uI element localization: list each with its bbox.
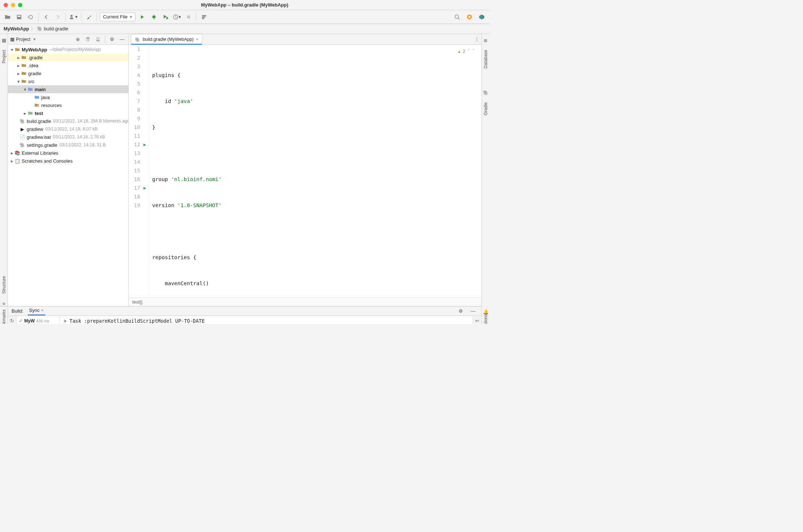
code-content[interactable]: ▲2ˆˇ plugins { id 'java' } group 'nl.bio… [149,45,481,297]
settings-gear-icon[interactable] [465,12,474,22]
tree-resources[interactable]: resources [8,101,128,109]
rerun-icon[interactable]: ↻ [10,318,14,323]
gradle-file-icon: 🐘 [37,26,43,32]
refresh-icon[interactable] [26,12,35,22]
tree-gradle-dir[interactable]: ▸gradle [8,69,128,77]
svg-rect-2 [166,17,168,19]
project-tool-label[interactable]: Project [1,50,7,63]
editor-tab-build-gradle[interactable]: 🐘 build.gradle (MyWebApp) × [131,34,202,44]
fold-column[interactable]: ▶ ▶ [143,45,149,297]
gradle-tool-label[interactable]: Gradle [483,102,488,115]
tree-java[interactable]: java [8,93,128,101]
main-toolbar: ▾ Current File▾ ▾ [0,10,489,24]
profile-icon[interactable]: ▾ [172,12,182,22]
tree-root[interactable]: ▾ MyWebApp ~/IdeaProjects/MyWebApp [8,46,128,53]
run-gutter-icon[interactable]: ▶ [143,184,146,192]
svg-point-0 [70,15,73,17]
notifications-icon[interactable]: 🔔 [483,309,488,314]
svg-rect-4 [187,16,190,18]
build-output[interactable]: > Task :prepareKotlinBuildScriptModel UP… [60,316,473,324]
inspection-widget[interactable]: ▲2ˆˇ [456,46,476,56]
soft-wrap-icon[interactable]: ↩ [475,318,479,323]
debug-icon[interactable] [149,12,159,22]
zoom-window-icon[interactable] [18,3,22,7]
project-view-selector[interactable]: ▦Project▾ [10,37,72,42]
bookmarks-tool-label[interactable]: Bookmarks [1,309,7,324]
database-tool-label[interactable]: Database [483,50,488,68]
build-right-actions: ↩ ⤓ [473,316,481,324]
editor-area: 🐘 build.gradle (MyWebApp) × ⋮ 1234567891… [129,34,481,306]
ide-logo-icon[interactable] [477,12,486,22]
build-icon[interactable] [84,12,94,22]
traffic-lights [4,3,22,7]
right-tool-rail: ≣ Database 🐘 Gradle [481,34,489,306]
build-actions-rail: ↻ ■ 📌 [8,316,17,324]
user-icon[interactable]: ▾ [69,12,78,22]
breadcrumb-file[interactable]: build.gradle [44,26,68,31]
minimize-window-icon[interactable] [11,3,15,7]
right-bottom-rail: 🔔 Notifications [481,306,489,324]
editor-breadcrumb[interactable]: test{} [129,297,481,306]
titlebar: MyWebApp – build.gradle (MyWebApp) [0,0,489,10]
left-tool-rail: ▦ Project Structure ≡ [0,34,8,306]
window-title: MyWebApp – build.gradle (MyWebApp) [201,2,288,8]
project-panel-header: ▦Project▾ ⊕ ⮅ ⮇ ⚙ — [8,34,128,45]
tree-scratches[interactable]: ▸📋Scratches and Consoles [8,157,128,165]
tree-gradlew[interactable]: ▶gradlew03/11/2022, 14:18, 8,07 kB [8,125,128,133]
build-panel-header: Build: Sync× ⚙ — [8,306,481,316]
tree-dot-gradle[interactable]: ▸.gradle [8,53,128,61]
build-label: Build: [12,308,23,314]
hide-panel-icon[interactable]: — [118,35,126,43]
stop-icon[interactable] [184,12,193,22]
close-tab-icon[interactable]: × [196,37,198,42]
editor-tabs: 🐘 build.gradle (MyWebApp) × ⋮ [129,34,481,45]
svg-point-5 [455,15,459,18]
tree-dot-idea[interactable]: ▸.idea [8,61,128,69]
collapse-all-icon[interactable]: ⮇ [94,35,102,43]
left-bottom-rail: Bookmarks 🔖 » [0,306,8,324]
gradle-file-icon: 🐘 [135,37,141,42]
build-tree[interactable]: ✓MyW 436 ms [17,316,60,324]
svg-rect-7 [38,105,39,106]
hide-build-icon[interactable]: — [468,306,478,316]
gradle-tool-icon[interactable]: 🐘 [483,90,488,95]
close-sync-icon[interactable]: × [41,308,44,313]
open-icon[interactable] [3,12,12,22]
run-icon[interactable] [138,12,147,22]
project-panel: ▦Project▾ ⊕ ⮅ ⮇ ⚙ — ▾ MyWebApp ~/IdeaPro… [8,34,129,306]
locate-icon[interactable]: ⊕ [74,35,82,43]
line-numbers: 12345678910111213141516171819 [129,45,143,297]
close-window-icon[interactable] [4,3,8,7]
tabs-more-icon[interactable]: ⋮ [474,36,479,42]
tree-test[interactable]: ▸test [8,109,128,117]
stack-icon[interactable] [199,12,209,22]
database-tool-icon[interactable]: ≣ [483,38,488,43]
expand-all-icon[interactable]: ⮅ [84,35,92,43]
tree-external-libs[interactable]: ▸📚External Libraries [8,149,128,157]
coverage-icon[interactable] [161,12,170,22]
run-config-combo[interactable]: Current File▾ [100,13,136,21]
project-tree[interactable]: ▾ MyWebApp ~/IdeaProjects/MyWebApp ▸.gra… [8,45,128,306]
code-editor[interactable]: 12345678910111213141516171819 ▶ ▶ ▲2ˆˇ p… [129,45,481,297]
tree-main[interactable]: ▾main [8,85,128,93]
back-icon[interactable] [42,12,51,22]
tree-build-gradle[interactable]: 🐘build.gradle03/11/2022, 14:18, 294 B Mo… [8,117,128,125]
notifications-label[interactable]: Notifications [483,314,488,324]
run-gutter-icon[interactable]: ▶ [143,140,146,149]
build-settings-icon[interactable]: ⚙ [456,306,465,316]
structure-tool-label[interactable]: Structure [1,276,7,294]
forward-icon[interactable] [53,12,63,22]
tree-src[interactable]: ▾src [8,77,128,85]
tree-gradlew-bat[interactable]: 📄gradlew.bat03/11/2022, 14:18, 2,76 kB [8,133,128,141]
build-panel: Build: Sync× ⚙ — ↻ ■ 📌 ✓MyW 436 ms > Tas… [8,306,481,324]
breadcrumb: MyWebApp 〉 🐘 build.gradle [0,24,489,34]
structure-tool-icon[interactable]: ≡ [1,301,7,306]
tree-settings-gradle[interactable]: 🐘settings.gradle03/11/2022, 14:18, 31 B [8,141,128,149]
search-everywhere-icon[interactable] [452,12,462,22]
sync-tab[interactable]: Sync× [28,306,46,316]
panel-settings-icon[interactable]: ⚙ [108,35,116,43]
breadcrumb-root[interactable]: MyWebApp [4,26,29,31]
tab-label: build.gradle (MyWebApp) [143,37,194,42]
project-tool-icon[interactable]: ▦ [1,38,7,43]
save-icon[interactable] [14,12,24,22]
